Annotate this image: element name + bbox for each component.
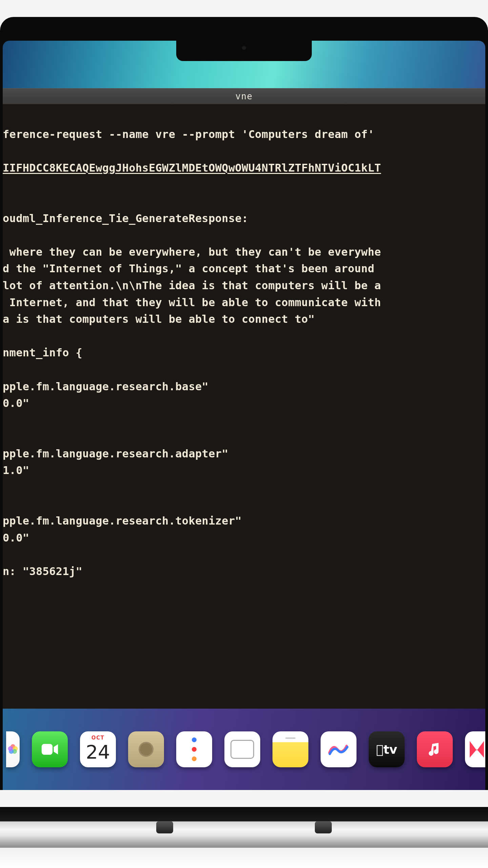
terminal-env-header: nment_info { bbox=[3, 346, 82, 359]
notes-icon bbox=[285, 737, 296, 739]
calendar-month: OCT bbox=[80, 735, 116, 741]
dock-app-music[interactable] bbox=[417, 731, 453, 767]
display-notch bbox=[176, 37, 312, 61]
svg-point-4 bbox=[8, 746, 13, 751]
terminal-response-header: oudml_Inference_Tie_GenerateResponse: bbox=[3, 212, 248, 225]
dock-app-notes[interactable] bbox=[272, 731, 308, 767]
terminal-command: ference-request --name vre --prompt 'Com… bbox=[3, 128, 374, 141]
laptop-base bbox=[0, 848, 488, 868]
music-icon bbox=[426, 740, 443, 758]
terminal-output-line: where they can be everywhere, but they c… bbox=[3, 245, 381, 258]
dock-app-facetime[interactable] bbox=[32, 731, 68, 767]
news-icon bbox=[465, 737, 485, 762]
terminal-body[interactable]: ference-request --name vre --prompt 'Com… bbox=[3, 104, 485, 709]
camera-icon bbox=[242, 46, 246, 50]
camera-lens-icon bbox=[139, 742, 154, 757]
terminal-model-base-id: pple.fm.language.research.base" bbox=[3, 380, 208, 393]
terminal-encoded-line: IIFHDCC8KECAQEwggJHohsEGWZlMDEtOWQwOWU4N… bbox=[3, 161, 381, 174]
dock-app-news[interactable] bbox=[465, 731, 485, 767]
terminal-output-line: d the "Internet of Things," a concept th… bbox=[3, 262, 381, 275]
terminal-output-line: lot of attention.\n\nThe idea is that co… bbox=[3, 279, 381, 292]
dock-app-files[interactable] bbox=[224, 731, 260, 767]
device-frame: vne ference-request --name vre --prompt … bbox=[0, 17, 488, 790]
photos-icon bbox=[6, 737, 20, 761]
terminal-model-tokenizer-id: pple.fm.language.research.tokenizer" bbox=[3, 514, 242, 527]
tv-icon: tv bbox=[376, 743, 397, 756]
terminal-run-id: n: "385621j" bbox=[3, 565, 82, 578]
reminders-icon bbox=[192, 737, 197, 761]
terminal-output-line: Internet, and that they will be able to … bbox=[3, 296, 381, 309]
dock-app-tv[interactable]: tv bbox=[369, 731, 405, 767]
terminal-model-base-version: 0.0" bbox=[3, 397, 29, 410]
dock-app-calendar[interactable]: OCT 24 bbox=[80, 731, 116, 767]
laptop-hinge bbox=[0, 807, 488, 848]
terminal-output-line: a is that computers will be able to conn… bbox=[3, 313, 315, 326]
calendar-day: 24 bbox=[86, 741, 110, 763]
terminal-title: vne bbox=[236, 91, 253, 101]
dock: OCT 24 bbox=[9, 723, 485, 775]
facetime-icon bbox=[40, 742, 60, 757]
terminal-model-tokenizer-version: 0.0" bbox=[3, 531, 29, 544]
dock-app-reminders[interactable] bbox=[176, 731, 212, 767]
terminal-model-adapter-version: 1.0" bbox=[3, 464, 29, 477]
dock-app-photos[interactable] bbox=[6, 731, 20, 767]
freeform-icon bbox=[327, 740, 350, 759]
dock-app-freeform[interactable] bbox=[321, 731, 357, 767]
terminal-window[interactable]: vne ference-request --name vre --prompt … bbox=[3, 88, 485, 709]
terminal-model-adapter-id: pple.fm.language.research.adapter" bbox=[3, 447, 228, 460]
dock-app-camera[interactable] bbox=[128, 731, 164, 767]
svg-rect-5 bbox=[42, 744, 53, 755]
hinge-slot-icon bbox=[315, 821, 332, 833]
hinge-slot-icon bbox=[156, 821, 173, 833]
dock-area: OCT 24 bbox=[3, 709, 485, 790]
files-icon bbox=[230, 740, 254, 759]
terminal-titlebar[interactable]: vne bbox=[3, 88, 485, 104]
screen: vne ference-request --name vre --prompt … bbox=[3, 41, 485, 790]
